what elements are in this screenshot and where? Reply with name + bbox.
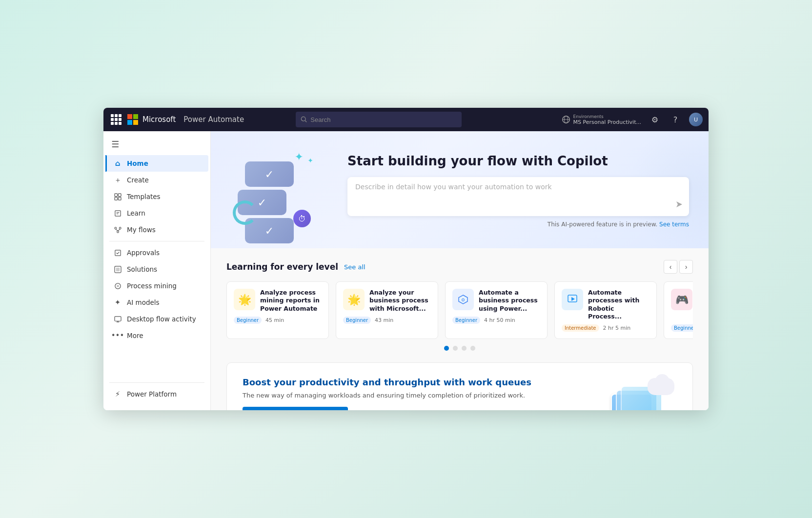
svg-rect-3	[133, 120, 138, 125]
topbar: Microsoft Power Automate Environments MS…	[103, 108, 709, 131]
home-icon: ⌂	[113, 159, 122, 168]
learning-card[interactable]: ⚙ Automate a business process using Powe…	[445, 281, 548, 339]
work-queue-section: Boost your productivity and throughput w…	[226, 362, 693, 410]
sidebar-item-processmining[interactable]: Process mining	[105, 278, 208, 294]
carousel-next-button[interactable]: ›	[679, 260, 693, 274]
sidebar-label-home: Home	[127, 159, 148, 167]
card-top: 🌟 Analyze your business process with Mic…	[343, 289, 431, 313]
card-badge-1: Beginner	[343, 317, 371, 324]
learning-card[interactable]: 🌟 Analyze your business process with Mic…	[336, 281, 438, 339]
user-avatar[interactable]: U	[689, 113, 703, 126]
desktopflow-icon	[113, 315, 122, 323]
powerplatform-icon: ⚡	[113, 390, 122, 398]
ms-logo-icon	[127, 114, 139, 125]
learning-card[interactable]: 🎮 Improve business performance with AI..…	[664, 281, 693, 339]
carousel-prev-button[interactable]: ‹	[664, 260, 677, 274]
wq-illustration	[609, 378, 677, 410]
svg-line-5	[305, 120, 306, 122]
env-name: MS Personal Productivit...	[573, 119, 641, 125]
learning-header: Learning for every level See all ‹ ›	[226, 260, 693, 274]
hero-arc	[233, 200, 257, 225]
sidebar-item-aimodels[interactable]: ✦ AI models	[105, 294, 208, 311]
carousel-dot-1[interactable]	[453, 346, 458, 351]
sidebar-item-templates[interactable]: Templates	[105, 188, 208, 205]
copilot-input[interactable]	[355, 183, 670, 199]
sidebar-item-approvals[interactable]: Approvals	[105, 244, 208, 261]
sidebar-label-templates: Templates	[127, 193, 161, 200]
wq-subtitle: The new way of managing workloads and en…	[243, 392, 597, 399]
svg-rect-11	[114, 197, 117, 200]
topbar-right: Environments MS Personal Productivit... …	[562, 113, 703, 126]
card-top: Automate processes with Robotic Process.…	[562, 289, 650, 320]
learning-card[interactable]: 🌟 Analyze process mining reports in Powe…	[226, 281, 329, 339]
copilot-send-button[interactable]	[675, 200, 683, 210]
card-icon-3	[562, 289, 583, 310]
sidebar-item-create[interactable]: ＋ Create	[105, 172, 208, 188]
waffle-menu-button[interactable]	[109, 113, 123, 126]
help-button[interactable]: ?	[669, 113, 682, 126]
wq-cloud-bump	[655, 374, 670, 389]
sidebar: ☰ ⌂ Home ＋ Create Templates	[103, 131, 211, 410]
spark-icon: ✦	[295, 151, 304, 163]
app-window: Microsoft Power Automate Environments MS…	[103, 108, 709, 410]
card-icon-2: ⚙	[452, 289, 474, 310]
learning-section: Learning for every level See all ‹ › 🌟 A…	[211, 248, 709, 362]
sidebar-label-approvals: Approvals	[127, 249, 160, 257]
carousel-nav: ‹ ›	[664, 260, 693, 274]
sidebar-item-more[interactable]: ••• More	[105, 327, 208, 344]
see-all-link[interactable]: See all	[344, 263, 365, 271]
learning-card[interactable]: Automate processes with Robotic Process.…	[554, 281, 657, 339]
search-bar[interactable]	[296, 112, 462, 127]
svg-point-17	[119, 227, 121, 229]
search-icon	[301, 116, 307, 123]
card-top: ⚙ Automate a business process using Powe…	[452, 289, 540, 313]
carousel-dot-2[interactable]	[462, 346, 467, 351]
learning-cards-list: 🌟 Analyze process mining reports in Powe…	[226, 281, 693, 339]
card-meta-4: Beginner 6 hr	[671, 324, 693, 332]
sidebar-item-desktopflow[interactable]: Desktop flow activity	[105, 311, 208, 327]
sidebar-item-powerplatform[interactable]: ⚡ Power Platform	[105, 386, 208, 402]
svg-rect-10	[118, 193, 121, 196]
svg-rect-9	[114, 193, 117, 196]
carousel-dot-3[interactable]	[470, 346, 475, 351]
search-input[interactable]	[310, 116, 457, 123]
sidebar-label-create: Create	[127, 176, 149, 184]
settings-button[interactable]: ⚙	[648, 113, 662, 126]
create-work-queue-button[interactable]: ↻ Create your first work queue	[243, 407, 348, 410]
sidebar-bottom: ⚡ Power Platform	[103, 376, 210, 406]
environment-icon	[562, 115, 570, 124]
card-badge-3: Intermediate	[562, 324, 599, 332]
environment-selector[interactable]: Environments MS Personal Productivit...	[562, 114, 641, 125]
sidebar-item-learn[interactable]: Learn	[105, 205, 208, 221]
svg-rect-23	[116, 267, 120, 271]
svg-rect-13	[115, 210, 120, 216]
card-top: 🎮 Improve business performance with AI..…	[671, 289, 693, 320]
sidebar-label-learn: Learn	[127, 209, 145, 217]
more-icon: •••	[113, 331, 122, 340]
carousel-dot-0[interactable]	[444, 346, 449, 351]
svg-rect-2	[127, 120, 132, 125]
sidebar-item-home[interactable]: ⌂ Home	[105, 155, 208, 172]
card-time-3: 2 hr 5 min	[603, 325, 631, 331]
card-meta-2: Beginner 4 hr 50 min	[452, 317, 540, 324]
sidebar-item-myflows[interactable]: My flows	[105, 221, 208, 238]
sidebar-hamburger[interactable]: ☰	[103, 135, 210, 153]
sidebar-item-solutions[interactable]: Solutions	[105, 261, 208, 278]
card-title-3: Automate processes with Robotic Process.…	[588, 289, 650, 320]
waffle-icon	[111, 114, 122, 125]
card-time-1: 43 min	[375, 317, 393, 323]
svg-rect-21	[115, 250, 120, 255]
card-top: 🌟 Analyze process mining reports in Powe…	[234, 289, 322, 313]
hero-section: ✦ ✦ ✓ ✓ ✓ ⏱ Start building your flow wit…	[211, 131, 709, 248]
learning-title: Learning for every level	[226, 262, 338, 272]
card-meta-1: Beginner 43 min	[343, 317, 431, 324]
sidebar-label-solutions: Solutions	[127, 265, 157, 273]
approvals-icon	[113, 248, 122, 257]
svg-point-16	[114, 227, 116, 229]
learn-icon	[113, 209, 122, 218]
svg-text:⚙: ⚙	[461, 298, 465, 302]
main-area: ☰ ⌂ Home ＋ Create Templates	[103, 131, 709, 410]
card-icon-1: 🌟	[343, 289, 365, 310]
svg-rect-1	[133, 114, 138, 119]
send-icon	[675, 200, 683, 208]
